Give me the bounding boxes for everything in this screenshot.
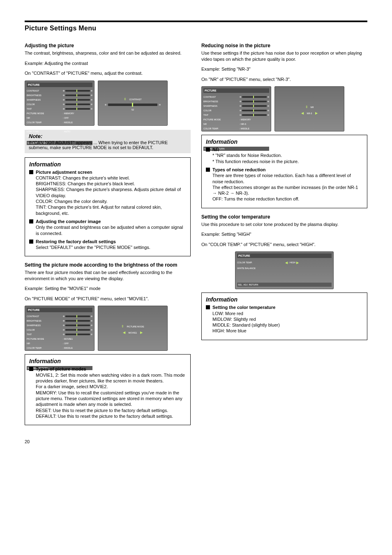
right-arrow-icon: ▶ [140,331,143,334]
osd-picture-menu: PICTURE CONTRASTBRIGHTNESSSHARPNESSCOLOR… [25,81,95,126]
info-item-text: Adjusting the computer imageOnly the con… [36,219,186,236]
information-box: Information Picture adjustment screenCON… [25,157,191,257]
square-bullet-icon [29,170,33,174]
info-title: Information [206,296,363,303]
square-bullet-icon [206,147,210,152]
osd-item-value: : MIDDLE [63,347,73,349]
osd-item-label: TINT [203,114,208,116]
osd-item-label: COLOR [27,329,35,331]
information-box: Information NR* "NR" stands for Noise Re… [201,135,367,208]
osd-item-label: GAMMA [27,351,35,354]
osd-item-label: SHARPNESS [27,324,41,327]
info-item-text: Restoring the factory default settingsSe… [36,239,186,251]
info-title: Information [206,138,363,145]
paragraph-step: On "NR" of "PICTURE" menu, select "NR-3"… [201,76,367,83]
osd-item-label: COLOR TEMP. [237,261,284,264]
paragraph: Use this procedure to set color tone pro… [201,221,367,228]
osd-sub-label: CONTRAST [129,98,141,101]
osd-item-value: : MIDDLE [63,121,73,124]
osd-item-value: : MEMORY [240,118,251,121]
osd-item-label: PICTURE MODE [27,338,44,340]
paragraph: The contrast, brightness, sharpness, col… [25,50,191,56]
osd-item-label: BRIGHTNESS [203,100,218,103]
page-title: Picture Settings Menu [25,25,367,32]
paragraph-example: Example: Setting the "MOVIE1" mode [25,286,191,292]
osd-item-label: SHARPNESS [27,99,41,101]
left-arrow-icon: ◀ [123,331,125,334]
osd-item-value: : NR-3 [240,123,246,125]
osd-picturemode-sub: ⇕ PICTURE MODE ◀ MOVIE1 ▶ [98,306,168,351]
osd-item-value: : 2.2 [63,351,67,354]
updown-icon: ⇕ [124,97,127,101]
heading-color-temp: Setting the color temperature [201,214,367,220]
osd-item-label: CONTRAST [27,315,39,318]
osd-item-label: COLOR [203,109,212,112]
osd-item-label: TINT [27,108,32,110]
info-title: Information [29,161,186,168]
osd-item-label: GAMMA [27,126,35,128]
osd-screenshot-row: PICTURE CONTRASTBRIGHTNESSSHARPNESSCOLOR… [25,81,191,126]
osd-item-label: NR [27,117,30,119]
info-item-text: Types of picture modesMOVIE1, 2: Set thi… [36,366,186,419]
osd-sub-value: NR-3 [307,112,312,115]
osd-sub-label: NR [311,106,314,108]
osd-item-value: : OFF [63,342,69,345]
square-bullet-icon [206,305,210,309]
osd-item-value: : OFF [63,117,69,119]
osd-item-label: COLOR TEMP. [203,127,219,130]
square-bullet-icon [29,367,33,371]
paragraph: There are four picture modes that can be… [25,269,191,281]
osd-item-label: COLOR TEMP. [27,347,42,349]
osd-item-label: NR [203,123,207,125]
info-title: Information [29,358,186,364]
heading-picture-mode: Setting the picture mode according to th… [25,262,191,268]
information-box: Information Setting the color temperatur… [201,292,367,340]
paragraph-example: Example: Setting "HIGH" [201,231,367,237]
info-item-text: Setting the color temperatureLOW: More r… [212,304,363,334]
osd-item-label: COLOR [27,103,35,106]
osd-title: PICTURE [203,88,269,93]
paragraph: Use these settings if the picture has no… [201,50,367,62]
osd-item-value: : MEMORY [63,112,74,115]
paragraph-step: On "PICTURE MODE" of "PICTURE" menu, sel… [25,296,191,302]
osd-sub-value: MOVIE1 [129,332,137,334]
left-column: Adjusting the picture The contrast, brig… [25,43,191,431]
osd-screenshot-row: PICTURE CONTRASTBRIGHTNESSSHARPNESSCOLOR… [25,306,191,351]
osd-title: PICTURE [237,253,332,258]
right-column: Reducing noise in the picture Use these … [201,43,367,431]
square-bullet-icon [29,240,33,244]
osd-item-value: : AUTO [63,356,70,358]
info-item-text: NR* "NR" stands for Noise Reduction.* Th… [212,147,363,164]
osd-item-label: TINT [27,333,32,336]
osd-title: PICTURE [27,308,92,312]
osd-item-value: : HIGH [288,261,295,264]
osd-item-value: : AUTO [240,136,247,139]
osd-footer: SEL. ADJ. RETURN [237,283,332,287]
osd-item-label: CONTRAST [27,90,39,92]
osd-item-label: BRIGHTNESS [27,94,42,97]
osd-item-label: PICTURE MODE [203,118,221,121]
info-item-text: Picture adjustment screenCONTRAST: Chang… [36,169,186,216]
page-number: 20 [25,439,367,444]
paragraph-step: On "CONTRAST" of "PICTURE" menu, adjust … [25,70,191,76]
two-column-layout: Adjusting the picture The contrast, brig… [25,43,367,431]
paragraph-example: Example: Setting "NR-3" [201,66,367,72]
osd-item-label: BRIGHTNESS [27,320,42,322]
heading-nr: Reducing noise in the picture [201,43,367,48]
osd-picture-menu: PICTURE CONTRASTBRIGHTNESSSHARPNESSCOLOR… [25,306,95,351]
osd-item-label: COLOR TEMP. [27,121,42,124]
osd-picture-menu: PICTURE CONTRASTBRIGHTNESSSHARPNESSCOLOR… [201,86,271,131]
osd-nr-sub: ⇕ NR ◀ NR-3 ▶ [274,86,344,131]
osd-item-value: : AUTO [63,130,70,133]
top-rule [25,21,367,22]
osd-item-label: LOW TONE [27,130,39,133]
updown-icon: ⇕ [121,325,124,328]
osd-item-value: : 2.2 [63,126,67,128]
square-bullet-icon [206,168,210,172]
information-box: Information Types of picture modesMOVIE1… [25,354,191,425]
osd-item-label: WHITE BALANCE [237,267,284,269]
osd-colortemp-menu: PICTURE COLOR TEMP.◀: HIGH▶WHITE BALANCE… [235,251,334,289]
osd-item-label: SHARPNESS [203,105,217,107]
osd-item-label: GAMMA [203,132,212,134]
osd-title: PICTURE [27,83,92,87]
